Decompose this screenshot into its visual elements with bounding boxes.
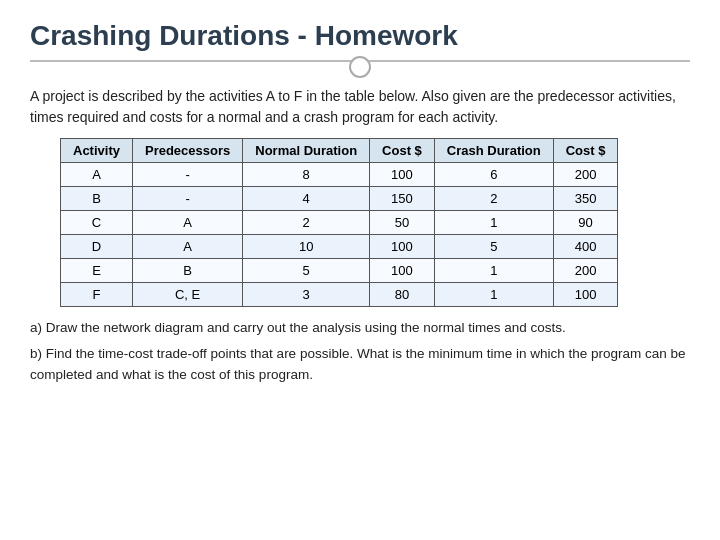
table-cell: 150 — [370, 187, 435, 211]
table-cell: 1 — [434, 211, 553, 235]
table-cell: 100 — [370, 259, 435, 283]
table-cell: B — [61, 187, 133, 211]
table-cell: 4 — [243, 187, 370, 211]
table-cell: 1 — [434, 283, 553, 307]
table-cell: - — [132, 163, 242, 187]
table-cell: 200 — [553, 259, 618, 283]
table-row: DA101005400 — [61, 235, 618, 259]
table-cell: E — [61, 259, 133, 283]
activity-table-wrapper: Activity Predecessors Normal Duration Co… — [60, 138, 690, 307]
activity-table: Activity Predecessors Normal Duration Co… — [60, 138, 618, 307]
table-cell: 100 — [370, 235, 435, 259]
table-row: FC, E3801100 — [61, 283, 618, 307]
table-cell: 2 — [434, 187, 553, 211]
table-cell: 50 — [370, 211, 435, 235]
table-cell: 6 — [434, 163, 553, 187]
table-cell: D — [61, 235, 133, 259]
footer: a) Draw the network diagram and carry ou… — [30, 317, 690, 386]
table-cell: 100 — [553, 283, 618, 307]
table-cell: F — [61, 283, 133, 307]
table-cell: A — [132, 211, 242, 235]
table-cell: A — [132, 235, 242, 259]
table-cell: 200 — [553, 163, 618, 187]
table-header-row: Activity Predecessors Normal Duration Co… — [61, 139, 618, 163]
table-cell: C — [61, 211, 133, 235]
description-text: A project is described by the activities… — [30, 86, 690, 128]
table-body: A-81006200B-41502350CA250190DA101005400E… — [61, 163, 618, 307]
table-cell: 5 — [434, 235, 553, 259]
table-cell: A — [61, 163, 133, 187]
table-cell: 2 — [243, 211, 370, 235]
table-cell: 400 — [553, 235, 618, 259]
table-cell: 350 — [553, 187, 618, 211]
table-cell: 8 — [243, 163, 370, 187]
table-cell: B — [132, 259, 242, 283]
table-cell: 5 — [243, 259, 370, 283]
table-cell: C, E — [132, 283, 242, 307]
table-cell: 90 — [553, 211, 618, 235]
col-header-activity: Activity — [61, 139, 133, 163]
table-row: A-81006200 — [61, 163, 618, 187]
col-header-cost2: Cost $ — [553, 139, 618, 163]
table-cell: 3 — [243, 283, 370, 307]
col-header-crash-duration: Crash Duration — [434, 139, 553, 163]
table-row: EB51001200 — [61, 259, 618, 283]
table-cell: 1 — [434, 259, 553, 283]
footer-part-a: a) Draw the network diagram and carry ou… — [30, 317, 690, 339]
col-header-cost1: Cost $ — [370, 139, 435, 163]
col-header-normal-duration: Normal Duration — [243, 139, 370, 163]
table-cell: 100 — [370, 163, 435, 187]
divider-circle — [349, 56, 371, 78]
table-row: CA250190 — [61, 211, 618, 235]
col-header-predecessors: Predecessors — [132, 139, 242, 163]
table-cell: 10 — [243, 235, 370, 259]
table-cell: 80 — [370, 283, 435, 307]
table-row: B-41502350 — [61, 187, 618, 211]
table-cell: - — [132, 187, 242, 211]
footer-part-b: b) Find the time-cost trade-off points t… — [30, 343, 690, 386]
